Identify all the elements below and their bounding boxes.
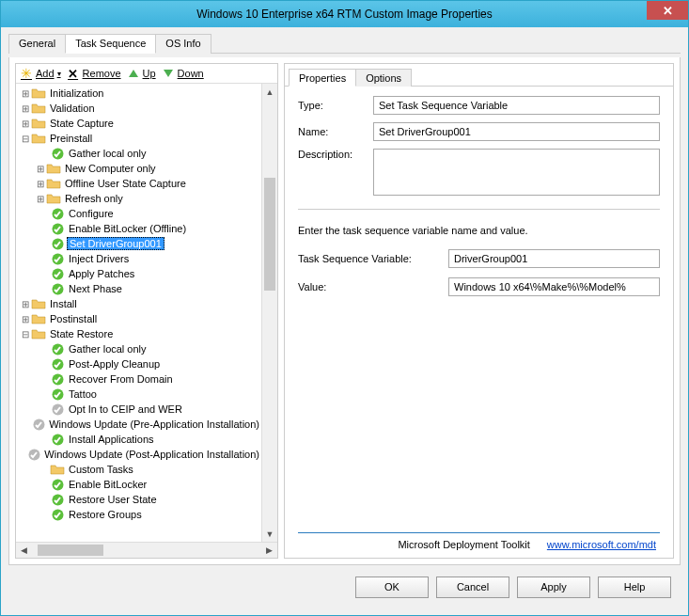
apply-button[interactable]: Apply bbox=[517, 577, 590, 598]
tab-os-info[interactable]: OS Info bbox=[155, 34, 211, 54]
collapse-icon[interactable]: ⊟ bbox=[20, 134, 31, 144]
check-icon bbox=[50, 372, 65, 386]
tree-item[interactable]: Postinstall bbox=[48, 313, 99, 324]
tree-item[interactable]: Windows Update (Post-Application Install… bbox=[42, 449, 261, 460]
expand-icon[interactable]: ⊞ bbox=[35, 179, 46, 189]
folder-icon bbox=[31, 327, 46, 340]
add-button[interactable]: ✳Add ▾ bbox=[20, 67, 61, 80]
tree-item[interactable]: Inject Drivers bbox=[67, 253, 131, 264]
window: Windows 10 Enterprise x64 RTM Custom Ima… bbox=[0, 0, 689, 616]
tree-item[interactable]: Restore Groups bbox=[67, 509, 144, 520]
brand-text: Microsoft Deployment Toolkit bbox=[398, 539, 529, 550]
tree-item[interactable]: Configure bbox=[67, 208, 116, 219]
tree-item[interactable]: Refresh only bbox=[63, 193, 125, 204]
tree-item[interactable]: Custom Tasks bbox=[67, 464, 135, 475]
variable-field[interactable]: DriverGroup001 bbox=[448, 249, 660, 268]
tree-item[interactable]: Initialization bbox=[48, 87, 105, 99]
tree-item[interactable]: New Computer only bbox=[63, 163, 158, 174]
up-button[interactable]: Up bbox=[127, 67, 156, 80]
tab-general[interactable]: General bbox=[8, 34, 66, 54]
check-icon bbox=[50, 237, 65, 250]
sequence-panel: ✳Add ▾ ✕Remove Up Down ⊞Initialization ⊞… bbox=[15, 63, 278, 559]
check-icon bbox=[50, 222, 65, 235]
disabled-icon bbox=[33, 418, 45, 431]
tree-item[interactable]: Apply Patches bbox=[67, 268, 136, 279]
variable-label: Task Sequence Variable: bbox=[298, 253, 448, 264]
folder-icon bbox=[46, 192, 61, 205]
tree-item[interactable]: Enable BitLocker bbox=[67, 479, 149, 490]
close-button[interactable]: ✕ bbox=[647, 1, 688, 20]
expand-icon[interactable]: ⊞ bbox=[20, 88, 31, 99]
tree-item[interactable]: Validation bbox=[48, 103, 97, 114]
tree-item-selected[interactable]: Set DriverGroup001 bbox=[67, 237, 164, 250]
down-button[interactable]: Down bbox=[162, 67, 204, 80]
expand-icon[interactable]: ⊞ bbox=[20, 118, 31, 129]
titlebar: Windows 10 Enterprise x64 RTM Custom Ima… bbox=[1, 1, 688, 27]
tree-item[interactable]: Enable BitLocker (Offline) bbox=[67, 223, 188, 234]
star-icon: ✳ bbox=[20, 67, 33, 80]
check-icon bbox=[50, 493, 65, 506]
tree-item[interactable]: State Restore bbox=[48, 328, 115, 340]
disabled-icon bbox=[28, 448, 40, 461]
check-icon bbox=[50, 207, 65, 220]
folder-icon bbox=[46, 177, 61, 190]
tree-item[interactable]: Restore User State bbox=[67, 494, 159, 505]
value-field[interactable]: Windows 10 x64\%Make%\%Model% bbox=[448, 277, 660, 296]
tab-options[interactable]: Options bbox=[355, 69, 412, 87]
tree-item[interactable]: Next Phase bbox=[67, 283, 124, 294]
folder-icon bbox=[31, 132, 46, 145]
tree-item[interactable]: Post-Apply Cleanup bbox=[67, 358, 162, 370]
horizontal-scrollbar[interactable]: ◀▶ bbox=[16, 542, 277, 558]
separator bbox=[298, 209, 660, 210]
expand-icon[interactable]: ⊞ bbox=[35, 164, 46, 174]
expand-icon[interactable]: ⊞ bbox=[20, 299, 31, 309]
folder-icon bbox=[31, 312, 46, 325]
type-label: Type: bbox=[298, 100, 373, 111]
check-icon bbox=[50, 387, 65, 401]
client-area: General Task Sequence OS Info ✳Add ▾ ✕Re… bbox=[1, 27, 688, 615]
tab-properties[interactable]: Properties bbox=[289, 69, 356, 87]
task-sequence-tree[interactable]: ⊞Initialization ⊞Validation ⊞State Captu… bbox=[16, 84, 261, 542]
value-label: Value: bbox=[298, 281, 448, 292]
vertical-scrollbar[interactable]: ▲▼ bbox=[261, 84, 277, 542]
sub-tab-row: Properties Options bbox=[285, 64, 673, 87]
tree-item[interactable]: Opt In to CEIP and WER bbox=[67, 403, 184, 415]
tree-item[interactable]: Install bbox=[48, 298, 79, 309]
tree-item[interactable]: Windows Update (Pre-Application Installa… bbox=[47, 419, 261, 430]
tree-item[interactable]: Gather local only bbox=[67, 343, 149, 355]
check-icon bbox=[50, 508, 65, 521]
description-field[interactable] bbox=[373, 149, 660, 196]
footer-brand: Microsoft Deployment Toolkit www.microso… bbox=[298, 532, 660, 552]
tree-item[interactable]: Offline User State Capture bbox=[63, 178, 188, 189]
tree-item[interactable]: Install Applications bbox=[67, 434, 156, 445]
tree-item[interactable]: Recover From Domain bbox=[67, 373, 175, 385]
help-button[interactable]: Help bbox=[598, 577, 671, 598]
collapse-icon[interactable]: ⊟ bbox=[20, 329, 31, 340]
tree-item[interactable]: State Capture bbox=[48, 118, 116, 129]
brand-link[interactable]: www.microsoft.com/mdt bbox=[547, 539, 656, 550]
ok-button[interactable]: OK bbox=[355, 577, 429, 598]
check-icon bbox=[50, 433, 65, 446]
expand-icon[interactable]: ⊞ bbox=[20, 314, 31, 324]
main-tab-row: General Task Sequence OS Info bbox=[8, 33, 681, 54]
folder-icon bbox=[31, 117, 46, 130]
tree-item[interactable]: Gather local only bbox=[67, 148, 149, 159]
tree-item[interactable]: Preinstall bbox=[48, 133, 94, 144]
type-field: Set Task Sequence Variable bbox=[373, 96, 660, 115]
remove-button[interactable]: ✕Remove bbox=[67, 67, 121, 80]
window-title: Windows 10 Enterprise x64 RTM Custom Ima… bbox=[1, 8, 688, 21]
folder-icon bbox=[31, 297, 46, 310]
expand-icon[interactable]: ⊞ bbox=[20, 103, 31, 114]
check-icon bbox=[50, 342, 65, 355]
tab-task-sequence[interactable]: Task Sequence bbox=[65, 34, 156, 54]
tree-item[interactable]: Tattoo bbox=[67, 388, 99, 400]
cancel-button[interactable]: Cancel bbox=[436, 577, 509, 598]
dialog-buttons: OK Cancel Apply Help bbox=[8, 569, 681, 608]
properties-panel: Properties Options Type:Set Task Sequenc… bbox=[284, 63, 674, 559]
expand-icon[interactable]: ⊞ bbox=[35, 194, 46, 204]
sequence-toolbar: ✳Add ▾ ✕Remove Up Down bbox=[16, 64, 277, 84]
folder-icon bbox=[50, 463, 65, 476]
folder-icon bbox=[31, 102, 46, 115]
name-field[interactable]: Set DriverGroup001 bbox=[373, 122, 660, 141]
check-icon bbox=[50, 252, 65, 265]
